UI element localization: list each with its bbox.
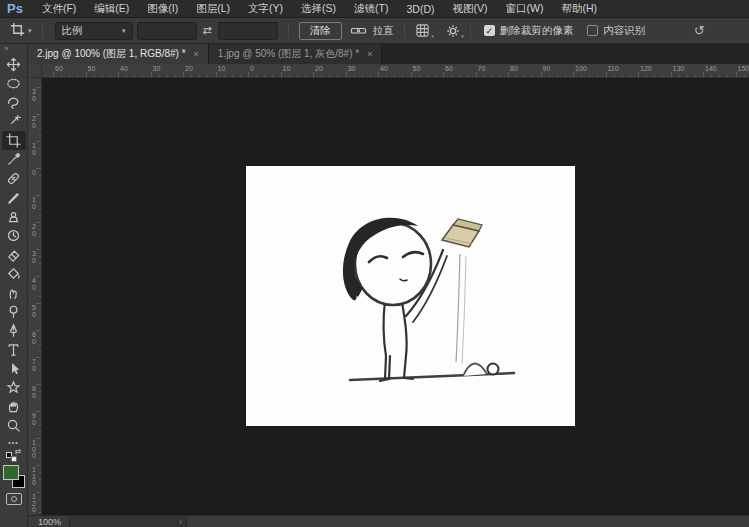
photoshop-logo: Ps: [7, 1, 23, 16]
ruler-tick: [151, 72, 152, 77]
ruler-tick: [39, 371, 41, 372]
ruler-tick: [256, 75, 257, 77]
ruler-tick: [581, 75, 582, 77]
ruler-tick: [39, 364, 41, 365]
ruler-tick: [671, 72, 672, 77]
document-info-field[interactable]: ›: [69, 516, 187, 527]
crop-tool[interactable]: [2, 131, 26, 150]
ruler-tick: [36, 330, 41, 331]
brush-tool[interactable]: [2, 188, 26, 207]
menu-item[interactable]: 3D(D): [398, 0, 444, 17]
crop-settings-gear-icon[interactable]: ▾: [442, 24, 464, 38]
ruler-tick: [39, 215, 41, 216]
tools-panel: » ••• ⇄: [0, 44, 28, 527]
close-tab-icon[interactable]: ×: [367, 49, 372, 59]
ruler-tick: [329, 75, 330, 77]
pen-tool[interactable]: [2, 321, 26, 340]
menu-item[interactable]: 文件(F): [33, 0, 85, 17]
magic-wand-tool[interactable]: [2, 112, 26, 131]
clear-button[interactable]: 清除: [299, 22, 342, 40]
quick-mask-icon[interactable]: [6, 493, 22, 505]
delete-cropped-pixels-option[interactable]: ✓ 删除裁剪的像素: [484, 24, 574, 38]
ruler-tick: [94, 75, 95, 77]
menu-item[interactable]: 编辑(E): [85, 0, 138, 17]
crop-width-input[interactable]: [137, 22, 197, 40]
ruler-label: 110: [608, 65, 619, 72]
gradient-tool[interactable]: [2, 264, 26, 283]
close-tab-icon[interactable]: ×: [194, 49, 199, 59]
zoom-level-field[interactable]: 100%: [28, 517, 69, 527]
ruler-label: 30: [30, 89, 38, 102]
ruler-tick: [662, 75, 663, 77]
ruler-tick: [646, 75, 647, 77]
aspect-ratio-select[interactable]: 比例 ▾: [55, 22, 133, 40]
menu-item[interactable]: 选择(S): [292, 0, 345, 17]
type-tool[interactable]: [2, 340, 26, 359]
ruler-tick: [39, 310, 41, 311]
ruler-tick: [86, 72, 87, 77]
horizontal-ruler[interactable]: 6050403020100102030405060708090100110120…: [42, 64, 749, 78]
ruler-label: 90: [30, 413, 38, 426]
path-select-tool[interactable]: [2, 359, 26, 378]
ruler-origin-corner[interactable]: [28, 64, 42, 78]
menu-item[interactable]: 视图(V): [444, 0, 497, 17]
ruler-tick: [191, 75, 192, 77]
ruler-tick: [687, 75, 688, 77]
eraser-tool[interactable]: [2, 245, 26, 264]
menu-items: 文件(F)编辑(E)图像(I)图层(L)文字(Y)选择(S)滤镜(T)3D(D)…: [33, 0, 606, 17]
ruler-tick: [36, 168, 41, 169]
straighten-icon[interactable]: [346, 24, 371, 37]
default-colors-icon[interactable]: ⇄: [6, 449, 22, 462]
ruler-tick: [39, 350, 41, 351]
ruler-label: 20: [315, 65, 323, 72]
elliptical-marquee-tool[interactable]: [2, 74, 26, 93]
ruler-tick: [110, 75, 111, 77]
menu-item[interactable]: 图像(I): [138, 0, 187, 17]
menu-item[interactable]: 窗口(W): [497, 0, 553, 17]
ruler-tick: [532, 75, 533, 77]
unchecked-checkbox-icon[interactable]: [587, 25, 598, 36]
ruler-tick: [248, 72, 249, 77]
menu-item[interactable]: 滤镜(T): [345, 0, 397, 17]
custom-shape-tool[interactable]: [2, 378, 26, 397]
separator: [288, 22, 289, 39]
ruler-label: 120: [30, 494, 38, 514]
options-bar: ▾ 比例 ▾ ⇄ 清除 拉直 ▾ ▾: [0, 18, 749, 44]
clone-stamp-tool[interactable]: [2, 207, 26, 226]
smudge-tool[interactable]: [2, 283, 26, 302]
ruler-tick: [39, 323, 41, 324]
status-chevron-icon[interactable]: ›: [179, 517, 182, 527]
current-tool-button[interactable]: ▾: [6, 22, 36, 39]
ruler-tick: [199, 75, 200, 77]
eyedropper-tool[interactable]: [2, 150, 26, 169]
canvas-pasteboard[interactable]: [42, 78, 749, 515]
ruler-tick: [289, 75, 290, 77]
foreground-color-swatch[interactable]: [3, 465, 19, 480]
spot-healing-tool[interactable]: [2, 169, 26, 188]
checked-checkbox-icon[interactable]: ✓: [484, 25, 495, 36]
menu-item[interactable]: 文字(Y): [239, 0, 292, 17]
document-tab[interactable]: 2.jpg @ 100% (图层 1, RGB/8#) *×: [28, 44, 209, 64]
reset-tool-icon[interactable]: ↺: [694, 23, 705, 38]
hand-tool[interactable]: [2, 397, 26, 416]
document-tab[interactable]: 1.jpg @ 50% (图层 1, 灰色/8#) *×: [209, 44, 383, 64]
content-aware-option[interactable]: 内容识别: [587, 24, 645, 38]
swap-dimensions-icon[interactable]: ⇄: [201, 24, 214, 37]
zoom-tool[interactable]: [2, 416, 26, 435]
vertical-ruler[interactable]: 3020100102030405060708090100110120130: [28, 78, 42, 515]
ruler-tick: [386, 75, 387, 77]
collapse-toolbar-icon[interactable]: »: [0, 44, 8, 55]
dodge-tool[interactable]: [2, 302, 26, 321]
menu-item[interactable]: 帮助(H): [552, 0, 606, 17]
ruler-tick: [39, 344, 41, 345]
menu-item[interactable]: 图层(L): [187, 0, 239, 17]
color-swatches: [2, 464, 26, 490]
ruler-tick: [183, 72, 184, 77]
document-canvas[interactable]: [246, 166, 575, 426]
move-tool[interactable]: [2, 55, 26, 74]
history-brush-tool[interactable]: [2, 226, 26, 245]
overlay-grid-icon[interactable]: ▾: [411, 23, 434, 38]
lasso-tool[interactable]: [2, 93, 26, 112]
crop-height-input[interactable]: [218, 22, 278, 40]
ruler-tick: [224, 75, 225, 77]
